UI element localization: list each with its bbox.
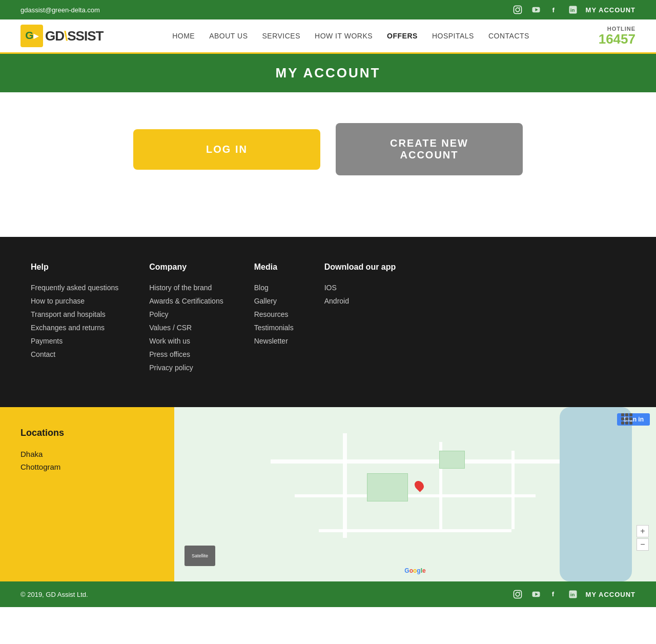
top-bar: gdassist@green-delta.com f in MY ACCOUNT (0, 0, 656, 19)
footer-help-faq[interactable]: Frequently asked questions (31, 284, 118, 292)
map-road (271, 459, 560, 464)
footer-help-contact[interactable]: Contact (31, 350, 55, 358)
map-road (343, 433, 347, 538)
map-zoom-out[interactable]: − (637, 538, 649, 551)
footer-col-help: Help Frequently asked questions How to p… (31, 263, 118, 376)
footer-media-blog[interactable]: Blog (254, 284, 269, 292)
logo[interactable]: G ► GD\SSIST (20, 25, 103, 47)
location-dhaka[interactable]: Dhaka (20, 450, 154, 458)
footer-help-purchase[interactable]: How to purchase (31, 297, 85, 305)
page-header: MY ACCOUNT (0, 54, 656, 92)
main-content: LOG IN CREATE NEW ACCOUNT (0, 92, 656, 237)
instagram-icon-top[interactable] (512, 4, 523, 15)
footer-bottom-right: f in MY ACCOUNT (512, 589, 636, 600)
top-bar-right: f in MY ACCOUNT (512, 4, 636, 15)
locations-heading: Locations (20, 428, 154, 438)
nav-about[interactable]: ABOUT US (209, 32, 248, 40)
footer-download-heading: Download our app (324, 263, 396, 272)
youtube-icon-bottom[interactable] (530, 589, 542, 600)
login-button[interactable]: LOG IN (133, 129, 320, 170)
map-river (560, 407, 632, 581)
svg-rect-11 (514, 591, 521, 598)
footer-help-exchanges[interactable]: Exchanges and returns (31, 324, 105, 332)
locations-map-section: Locations Dhaka Chottogram Sign in (0, 407, 656, 581)
email-address: gdassist@green-delta.com (20, 6, 100, 14)
footer-help-transport[interactable]: Transport and hospitals (31, 310, 106, 318)
nav-hospitals[interactable]: HOSPITALS (432, 32, 474, 40)
logo-text: GD\SSIST (45, 28, 103, 44)
linkedin-icon-bottom[interactable]: in (567, 589, 579, 600)
facebook-icon-bottom[interactable]: f (549, 589, 560, 600)
svg-point-2 (519, 7, 520, 8)
location-chottogram[interactable]: Chottogram (20, 462, 154, 471)
svg-text:in: in (570, 592, 575, 597)
youtube-icon-top[interactable] (530, 4, 542, 15)
footer-download-android[interactable]: Android (324, 297, 349, 305)
footer-company-history[interactable]: History of the brand (149, 284, 212, 292)
map-road (511, 451, 515, 529)
map-road (319, 529, 511, 532)
map-google-logo: Google (404, 567, 425, 574)
footer-company-privacy[interactable]: Privacy policy (149, 364, 193, 372)
footer-company-awards[interactable]: Awards & Certifications (149, 297, 223, 305)
map-block (439, 451, 465, 469)
svg-point-1 (516, 8, 520, 12)
page-title: MY ACCOUNT (11, 65, 645, 81)
create-account-button[interactable]: CREATE NEW ACCOUNT (336, 123, 523, 175)
hotline-box: HOTLINE 16457 (599, 26, 636, 47)
svg-text:f: f (552, 6, 555, 14)
footer-help-heading: Help (31, 263, 118, 272)
footer-company-links: History of the brand Awards & Certificat… (149, 283, 223, 372)
footer-company-press[interactable]: Press offices (149, 350, 190, 358)
footer-company-values[interactable]: Values / CSR (149, 324, 192, 332)
map-marker (413, 479, 425, 492)
map-block (367, 473, 408, 501)
map-satellite-button[interactable]: Satellite (184, 546, 215, 566)
svg-rect-0 (514, 6, 521, 14)
footer-col-download: Download our app IOS Android (324, 263, 396, 376)
nav-contacts[interactable]: CONTACTS (488, 32, 529, 40)
footer-col-media: Media Blog Gallery Resources Testimonial… (254, 263, 294, 376)
map-container[interactable]: Sign in Satellite Google + − (174, 407, 656, 581)
instagram-icon-bottom[interactable] (512, 589, 523, 600)
navigation: G ► GD\SSIST HOME ABOUT US SERVICES HOW … (0, 19, 656, 54)
svg-point-13 (519, 592, 520, 593)
locations-list: Dhaka Chottogram (20, 450, 154, 471)
map-controls: + − (637, 525, 649, 551)
footer-bottom: © 2019, GD Assist Ltd. f in MY ACCOUNT (0, 581, 656, 607)
nav-services[interactable]: SERVICES (262, 32, 300, 40)
footer-help-links: Frequently asked questions How to purcha… (31, 283, 118, 359)
footer-dark: Help Frequently asked questions How to p… (0, 237, 656, 407)
footer-media-resources[interactable]: Resources (254, 310, 289, 318)
locations-panel: Locations Dhaka Chottogram (0, 407, 174, 581)
svg-point-12 (516, 592, 520, 596)
my-account-link-bottom[interactable]: MY ACCOUNT (586, 591, 636, 598)
footer-media-links: Blog Gallery Resources Testimonials News… (254, 283, 294, 346)
nav-how-it-works[interactable]: HOW IT WORKS (315, 32, 373, 40)
hotline-number: 16457 (599, 32, 636, 47)
svg-text:in: in (570, 7, 575, 13)
nav-home[interactable]: HOME (172, 32, 195, 40)
linkedin-icon-top[interactable]: in (567, 4, 579, 15)
hotline-label: HOTLINE (599, 26, 636, 32)
nav-links: HOME ABOUT US SERVICES HOW IT WORKS OFFE… (172, 31, 529, 41)
footer-media-gallery[interactable]: Gallery (254, 297, 277, 305)
svg-text:►: ► (32, 31, 40, 41)
map-inner: Sign in Satellite Google + − (174, 407, 656, 581)
footer-company-work[interactable]: Work with us (149, 337, 190, 345)
footer-company-heading: Company (149, 263, 223, 272)
footer-company-policy[interactable]: Policy (149, 310, 168, 318)
footer-media-testimonials[interactable]: Testimonials (254, 324, 294, 332)
nav-offers[interactable]: OFFERS (387, 32, 418, 40)
map-grid-icon[interactable] (621, 413, 632, 425)
svg-text:f: f (551, 590, 554, 598)
footer-media-newsletter[interactable]: Newsletter (254, 337, 288, 345)
footer-download-ios[interactable]: IOS (324, 284, 337, 292)
copyright: © 2019, GD Assist Ltd. (20, 591, 88, 598)
footer-help-payments[interactable]: Payments (31, 337, 63, 345)
footer-download-links: IOS Android (324, 283, 396, 306)
footer-col-company: Company History of the brand Awards & Ce… (149, 263, 223, 376)
map-zoom-in[interactable]: + (637, 525, 649, 537)
my-account-link-top[interactable]: MY ACCOUNT (586, 6, 636, 14)
facebook-icon-top[interactable]: f (549, 4, 560, 15)
